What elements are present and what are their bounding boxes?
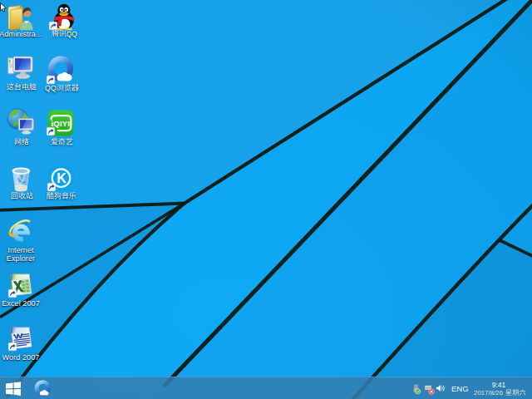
svg-text:K: K [57, 171, 66, 185]
svg-text:iQIYI: iQIYI [52, 119, 71, 128]
svg-text:2017/8/26: 2017/8/26 [474, 389, 504, 397]
svg-text:QQ: QQ [66, 30, 78, 38]
svg-text:QQ: QQ [45, 84, 57, 92]
